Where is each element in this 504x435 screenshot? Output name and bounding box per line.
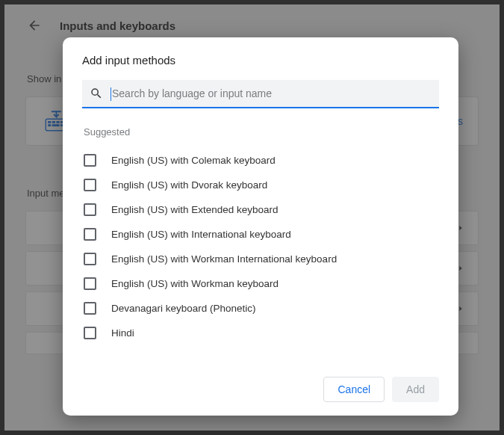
suggested-heading: Suggested <box>84 126 438 138</box>
list-item[interactable]: Hindi <box>82 321 439 345</box>
add-input-methods-dialog: Add input methods Suggested English (US)… <box>63 37 458 416</box>
list-item-label: English (US) with International keyboard <box>111 229 291 240</box>
checkbox[interactable] <box>84 302 96 315</box>
list-item[interactable]: English (US) with Workman International … <box>82 247 439 271</box>
list-item[interactable]: English (US) with Colemak keyboard <box>82 148 439 173</box>
list-item-label: English (US) with Workman keyboard <box>111 278 279 289</box>
list-item-label: Hindi <box>111 327 134 339</box>
cancel-button[interactable]: Cancel <box>323 377 385 402</box>
search-field-wrap[interactable] <box>82 80 439 108</box>
add-button[interactable]: Add <box>392 377 439 402</box>
checkbox[interactable] <box>84 253 96 265</box>
list-item-label: Devanagari keyboard (Phonetic) <box>111 303 256 314</box>
list-item[interactable]: English (US) with International keyboard <box>82 222 439 247</box>
checkbox[interactable] <box>84 277 96 290</box>
list-item[interactable]: English (US) with Workman keyboard <box>82 271 439 296</box>
list-item-label: English (US) with Colemak keyboard <box>111 155 276 166</box>
list-item-label: English (US) with Workman International … <box>111 253 337 265</box>
text-caret <box>111 87 111 101</box>
checkbox[interactable] <box>84 203 96 216</box>
checkbox[interactable] <box>84 154 96 167</box>
suggestion-list: English (US) with Colemak keyboard Engli… <box>82 148 439 369</box>
list-item-label: English (US) with Extended keyboard <box>111 204 279 215</box>
list-item-label: English (US) with Dvorak keyboard <box>111 179 267 191</box>
checkbox[interactable] <box>84 179 96 191</box>
dialog-title: Add input methods <box>82 54 439 67</box>
dialog-footer: Cancel Add <box>82 369 439 402</box>
search-input[interactable] <box>112 87 432 99</box>
list-item[interactable]: English (US) with Extended keyboard <box>82 197 439 222</box>
list-item[interactable]: Devanagari keyboard (Phonetic) <box>82 296 439 321</box>
search-icon <box>90 87 103 100</box>
checkbox[interactable] <box>84 228 96 241</box>
list-item[interactable]: English (US) with Dvorak keyboard <box>82 173 439 197</box>
checkbox[interactable] <box>84 327 96 339</box>
